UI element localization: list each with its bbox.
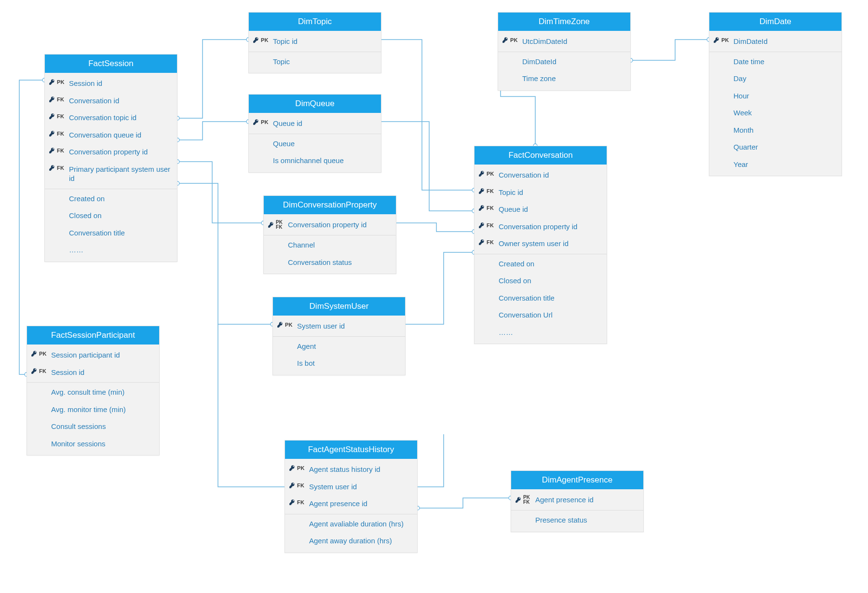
entity-dimTimeZone[interactable]: DimTimeZone PKUtcDimDateIdDimDateIdTime …: [498, 12, 631, 91]
field-row[interactable]: Topic: [249, 52, 381, 70]
connector-line: [177, 122, 248, 140]
field-row[interactable]: FKSession id: [27, 364, 159, 381]
field-row[interactable]: PKSession participant id: [27, 346, 159, 364]
field-label: Day: [733, 74, 836, 83]
field-label: Quarter: [733, 142, 836, 152]
field-row[interactable]: PKUtcDimDateId: [498, 33, 630, 50]
key-tag: FK: [57, 114, 64, 119]
field-row[interactable]: Presence status: [511, 510, 643, 529]
entity-title: DimAgentPresence: [511, 471, 643, 489]
field-row[interactable]: Conversation title: [45, 224, 177, 242]
key-icon: [49, 130, 55, 137]
field-row[interactable]: PKConversation id: [475, 166, 607, 184]
field-row[interactable]: Closed on: [45, 207, 177, 224]
field-row[interactable]: ……: [475, 324, 607, 341]
field-row[interactable]: Month: [709, 122, 841, 139]
field-label: Session participant id: [51, 350, 153, 360]
field-label: Topic id: [273, 37, 375, 46]
field-label: Conversation property id: [499, 222, 601, 232]
field-row[interactable]: PKTopic id: [249, 33, 381, 50]
field-label: System user id: [297, 321, 399, 331]
field-row[interactable]: Quarter: [709, 138, 841, 156]
field-row[interactable]: Avg. consult time (min): [27, 382, 159, 401]
field-label: Conversation property id: [288, 220, 390, 230]
field-row[interactable]: Agent avaliable duration (hrs): [285, 514, 417, 533]
field-row[interactable]: PKFKAgent presence id: [511, 491, 643, 509]
entity-title: DimDate: [709, 13, 841, 31]
field-row[interactable]: ……: [45, 241, 177, 259]
field-row[interactable]: Avg. monitor time (min): [27, 401, 159, 418]
field-row[interactable]: Hour: [709, 87, 841, 105]
key-icon: [478, 222, 485, 229]
field-row[interactable]: FKConversation queue id: [45, 126, 177, 144]
field-row[interactable]: PKFKConversation property id: [264, 216, 396, 234]
field-row[interactable]: Conversation Url: [475, 306, 607, 324]
field-row[interactable]: Conversation title: [475, 290, 607, 307]
field-row[interactable]: FKPrimary participant system user id: [45, 161, 177, 187]
field-row[interactable]: FKOwner system user id: [475, 235, 607, 252]
field-label: Created on: [69, 194, 171, 204]
field-row[interactable]: PKSession id: [45, 75, 177, 92]
field-label: Queue: [273, 139, 375, 149]
field-row[interactable]: Is bot: [273, 355, 405, 372]
field-label: Agent away duration (hrs): [309, 536, 411, 546]
entity-title: FactConversation: [475, 146, 607, 165]
field-row[interactable]: FKConversation id: [45, 92, 177, 110]
field-row[interactable]: PKAgent status history id: [285, 461, 417, 478]
field-row[interactable]: Week: [709, 104, 841, 122]
field-row[interactable]: PKQueue id: [249, 115, 381, 132]
key-tag: FK: [297, 483, 304, 488]
field-row[interactable]: FKConversation property id: [45, 143, 177, 161]
field-row[interactable]: Queue: [249, 134, 381, 152]
field-label: Queue id: [273, 119, 375, 128]
field-row[interactable]: Agent away duration (hrs): [285, 532, 417, 550]
connector-line: [177, 183, 272, 324]
entity-factSessionParticipant[interactable]: FactSessionParticipant PKSession partici…: [27, 326, 160, 455]
entity-factConversation[interactable]: FactConversation PKConversation id FKTop…: [474, 146, 607, 344]
field-row[interactable]: FKSystem user id: [285, 478, 417, 496]
field-row[interactable]: Day: [709, 70, 841, 87]
field-row[interactable]: Closed on: [475, 272, 607, 290]
field-row[interactable]: Agent: [273, 336, 405, 355]
field-row[interactable]: Created on: [45, 189, 177, 207]
field-row[interactable]: FKQueue id: [475, 201, 607, 218]
field-row[interactable]: Date time: [709, 52, 841, 70]
field-row[interactable]: Created on: [475, 254, 607, 273]
field-label: Conversation title: [69, 228, 171, 238]
field-row[interactable]: Channel: [264, 235, 396, 254]
key-tag: FK: [487, 189, 494, 193]
field-label: Agent presence id: [535, 495, 637, 505]
key-icon: [277, 321, 284, 328]
field-label: Session id: [69, 79, 171, 88]
field-row[interactable]: Conversation status: [264, 254, 396, 271]
field-row[interactable]: Time zone: [498, 70, 630, 87]
entity-dimQueue[interactable]: DimQueue PKQueue idQueueIs omnichannel q…: [248, 94, 381, 173]
entity-dimTopic[interactable]: DimTopic PKTopic idTopic: [248, 12, 381, 73]
field-row[interactable]: Is omnichannel queue: [249, 152, 381, 169]
field-row[interactable]: FKAgent presence id: [285, 495, 417, 512]
entity-title: DimTimeZone: [498, 13, 630, 31]
field-row[interactable]: FKConversation topic id: [45, 109, 177, 126]
entity-dimAgentPresence[interactable]: DimAgentPresence PKFKAgent presence idPr…: [511, 470, 644, 532]
entity-rows: PKSystem user idAgentIs bot: [273, 316, 405, 375]
field-row[interactable]: FKTopic id: [475, 184, 607, 201]
entity-dimConversationProperty[interactable]: DimConversationProperty PKFKConversation…: [263, 195, 396, 274]
field-label: Agent: [297, 342, 399, 351]
connector-line: [396, 223, 474, 232]
field-row[interactable]: DimDateId: [498, 52, 630, 70]
entity-factSession[interactable]: FactSession PKSession id FKConversation …: [44, 54, 177, 262]
field-label: Channel: [288, 240, 390, 250]
entity-factAgentStatusHistory[interactable]: FactAgentStatusHistory PKAgent status hi…: [285, 440, 418, 553]
entity-dimSystemUser[interactable]: DimSystemUser PKSystem user idAgentIs bo…: [272, 297, 406, 375]
field-row[interactable]: FKConversation property id: [475, 218, 607, 235]
entity-dimDate[interactable]: DimDate PKDimDateIdDate timeDayHourWeekM…: [709, 12, 842, 176]
entity-rows: PKUtcDimDateIdDimDateIdTime zone: [498, 31, 630, 90]
field-row[interactable]: Monitor sessions: [27, 435, 159, 453]
field-row[interactable]: PKDimDateId: [709, 33, 841, 50]
field-row[interactable]: PKSystem user id: [273, 317, 405, 335]
field-row[interactable]: Year: [709, 156, 841, 173]
key-icon: [31, 350, 38, 357]
connector-line: [381, 40, 474, 190]
field-row[interactable]: Consult sessions: [27, 418, 159, 435]
field-label: Closed on: [499, 276, 601, 286]
